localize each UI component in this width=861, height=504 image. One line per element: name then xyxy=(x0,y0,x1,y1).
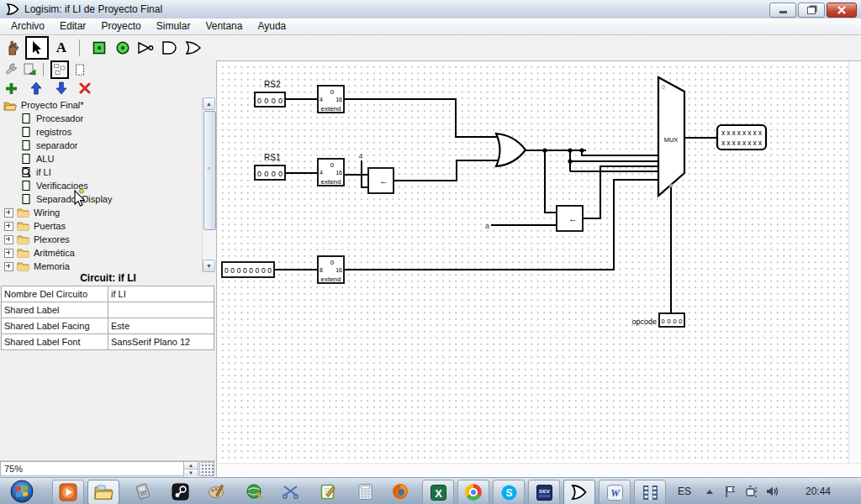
spinner-up-icon[interactable]: ▲ xyxy=(184,462,198,470)
sidebar-item-memoria[interactable]: Memoria xyxy=(4,260,70,272)
poke-tool-button[interactable] xyxy=(2,37,24,59)
rs2-pin-value[interactable]: 0 0 0 0 xyxy=(257,97,283,105)
clock[interactable]: 20:44 xyxy=(789,486,848,497)
taskbar-paint-app[interactable] xyxy=(202,480,232,503)
taskbar-snip-tool[interactable] xyxy=(276,480,306,503)
sidebar-item-separador-display[interactable]: Separador Display xyxy=(20,192,113,206)
opcode-pin-value[interactable]: 0 0 0 0 xyxy=(662,318,683,325)
toolbox-view-icon xyxy=(53,63,66,76)
or-gate[interactable] xyxy=(496,134,526,166)
output-pin-tool-button[interactable] xyxy=(112,37,134,59)
constant-4[interactable]: 4 xyxy=(358,152,362,160)
remove-circuit-button[interactable] xyxy=(77,80,93,97)
taskbar-explorer[interactable] xyxy=(87,480,119,504)
sidebar-item-alu[interactable]: ALU xyxy=(20,152,54,165)
bit-extender-rs2[interactable]: 0 4 16 extend xyxy=(318,86,344,113)
wrench-button[interactable] xyxy=(3,61,19,78)
folder-icon xyxy=(17,234,29,244)
sidebar-item-if-li-current[interactable]: if LI xyxy=(20,165,51,179)
scroll-up-icon[interactable]: ▲ xyxy=(203,97,215,110)
spinner-down-icon[interactable]: ▼ xyxy=(184,470,198,476)
sidebar-item-puertas[interactable]: Puertas xyxy=(4,219,66,233)
add-circuit-button[interactable] xyxy=(3,80,19,97)
view-toolbox-button[interactable] xyxy=(50,60,69,79)
taskbar-word[interactable]: W xyxy=(599,480,631,504)
taskbar-logisim[interactable] xyxy=(563,480,595,504)
title-bar[interactable]: Logisim: if LI de Proyecto Final xyxy=(0,0,861,19)
grid-toggle-button[interactable] xyxy=(199,461,214,476)
taskbar-movie-app[interactable] xyxy=(634,480,666,504)
edit-attributes-button[interactable] xyxy=(22,61,39,78)
scrollbar-thumb[interactable]: ≡ xyxy=(203,111,216,230)
menu-ventana[interactable]: Ventana xyxy=(198,18,250,34)
taskbar-calculator[interactable] xyxy=(350,480,380,503)
taskbar-excel[interactable]: X xyxy=(422,480,454,504)
dev-icon: DEV xyxy=(536,484,553,501)
not-gate-tool-button[interactable] xyxy=(135,37,157,59)
expand-icon[interactable] xyxy=(4,262,13,271)
sidebar-item-proyecto-final[interactable]: Proyecto Final* xyxy=(3,98,84,112)
sidebar-item-registros[interactable]: registros xyxy=(20,125,71,139)
expand-icon[interactable] xyxy=(4,222,13,231)
constant-a[interactable]: a xyxy=(485,222,489,230)
bit-extender-immediate[interactable]: 0 8 16 extend xyxy=(318,256,344,283)
rs1-pin-value[interactable]: 0 0 0 0 xyxy=(257,170,283,178)
language-indicator[interactable]: ES xyxy=(678,486,691,497)
start-button[interactable] xyxy=(5,480,39,503)
sidebar-item-wiring[interactable]: Wiring xyxy=(4,206,60,219)
sidebar-item-aritmetica[interactable]: Aritmética xyxy=(4,246,75,260)
taskbar-chrome[interactable] xyxy=(457,480,489,504)
move-circuit-up-button[interactable] xyxy=(28,80,45,97)
input-pin-tool-button[interactable] xyxy=(88,37,110,59)
or-gate-tool-button[interactable] xyxy=(182,37,204,59)
taskbar-firefox[interactable] xyxy=(385,480,415,503)
multiplexer[interactable]: 0 MUX xyxy=(658,77,684,196)
taskbar-steam[interactable] xyxy=(165,480,195,503)
menu-proyecto[interactable]: Proyecto xyxy=(93,18,148,34)
install-device-icon[interactable] xyxy=(745,485,759,498)
zoom-level-field[interactable]: 75% xyxy=(0,461,184,476)
sidebar-item-procesador[interactable]: Procesador xyxy=(20,112,83,125)
and-gate-tool-button[interactable] xyxy=(159,37,181,59)
taskbar-notes-app[interactable] xyxy=(313,480,343,503)
minimize-button[interactable] xyxy=(769,3,796,18)
sidebar-item-plexores[interactable]: Plexores xyxy=(4,233,70,246)
bit-extender-rs1[interactable]: 0 4 16 extend xyxy=(318,159,344,186)
current-circuit-magnifier-icon xyxy=(20,166,32,178)
expand-icon[interactable] xyxy=(4,235,13,244)
attr-value[interactable]: if LI xyxy=(108,286,214,302)
attr-value[interactable]: Este xyxy=(108,318,214,334)
edit-tool-button[interactable] xyxy=(25,36,49,60)
action-center-flag-icon[interactable] xyxy=(723,485,737,498)
menu-ayuda[interactable]: Ayuda xyxy=(250,18,293,34)
result-output-pin[interactable]: x x x x x x x x x x x x x x x x xyxy=(717,125,766,150)
menu-archivo[interactable]: Archivo xyxy=(3,18,52,34)
attr-value[interactable]: SansSerif Plano 12 xyxy=(108,334,214,350)
taskbar-dev-app[interactable]: DEV xyxy=(528,480,560,504)
menu-simular[interactable]: Simular xyxy=(149,18,198,34)
taskbar-media-player[interactable] xyxy=(52,480,84,504)
hidden-icons-chevron[interactable] xyxy=(706,490,713,494)
tree-scrollbar[interactable]: ▲ ≡ ▼ xyxy=(202,97,216,272)
immediate-pin-value[interactable]: 0 0 0 0 0 0 0 0 xyxy=(224,266,272,275)
shifter-2[interactable]: ← xyxy=(557,206,583,231)
restore-button[interactable] xyxy=(798,3,825,18)
scroll-down-icon[interactable]: ▼ xyxy=(203,260,215,272)
attributes-table: Nombre Del Circuito if LI Shared Label S… xyxy=(1,286,214,350)
taskbar-skype[interactable]: S xyxy=(493,480,525,504)
taskbar-globe-app[interactable] xyxy=(239,480,269,503)
view-simulation-button[interactable] xyxy=(71,61,88,78)
close-button[interactable] xyxy=(827,3,857,18)
circuit-canvas[interactable]: RS2 0 0 0 0 0 4 16 extend RS1 0 0 0 0 0 … xyxy=(216,60,861,477)
attr-value[interactable] xyxy=(108,302,214,318)
taskbar-phone-app[interactable] xyxy=(128,480,158,503)
shifter-1[interactable]: ← xyxy=(368,168,394,193)
text-tool-button[interactable]: A xyxy=(50,37,72,59)
sidebar-item-separador[interactable]: separador xyxy=(20,139,78,152)
zoom-spinner[interactable]: ▲▼ xyxy=(184,461,198,476)
expand-icon[interactable] xyxy=(4,208,13,218)
move-circuit-down-button[interactable] xyxy=(53,80,70,97)
expand-icon[interactable] xyxy=(4,249,13,258)
menu-editar[interactable]: Editar xyxy=(52,18,93,34)
volume-icon[interactable] xyxy=(765,485,780,498)
